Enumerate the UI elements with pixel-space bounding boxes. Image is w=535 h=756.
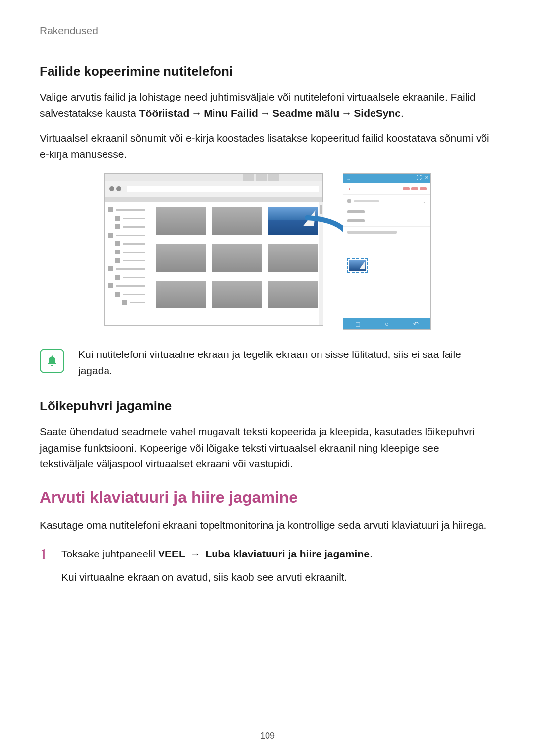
- file-thumbnail: [268, 281, 318, 308]
- home-icon: ○: [385, 320, 389, 328]
- bell-icon: [40, 349, 64, 373]
- compose-body: [343, 228, 430, 237]
- compose-row: ⌄: [343, 195, 430, 207]
- arrow-icon: →: [188, 546, 203, 562]
- desktop-file-explorer: [104, 173, 323, 326]
- page-number: 109: [0, 731, 535, 741]
- heading-clipboard: Lõikepuhvri jagamine: [40, 399, 495, 414]
- phone-window-titlebar: ⌄ _ ⛶ ✕: [343, 174, 430, 183]
- file-thumbnail: [212, 281, 262, 308]
- folder-tree: [105, 202, 149, 325]
- back-arrow-icon: ←: [347, 185, 354, 193]
- step-1-line-1: Toksake juhtpaneelil VEEL → Luba klaviat…: [61, 546, 495, 562]
- file-thumbnail: [156, 207, 206, 235]
- breadcrumb: Rakendused: [40, 25, 495, 37]
- chevron-down-icon: ⌄: [422, 198, 427, 204]
- window-dot-icon: [116, 186, 121, 191]
- dropped-thumbnail: [349, 260, 366, 271]
- heading-copy-files: Failide kopeerimine nutitelefoni: [40, 64, 495, 79]
- clipboard-paragraph: Saate ühendatud seadmete vahel mugavalt …: [40, 424, 495, 472]
- phone-nav-bar: ◻ ○ ↶: [343, 318, 430, 329]
- address-bar: [127, 186, 319, 192]
- copy-files-paragraph-1: Valige arvutis failid ja lohistage need …: [40, 89, 495, 121]
- step-1: 1 Toksake juhtpaneelil VEEL → Luba klavi…: [40, 546, 495, 592]
- save-path: Tööriistad → Minu Failid → Seadme mälu →…: [139, 107, 401, 119]
- heading-kb-mouse: Arvuti klaviatuuri ja hiire jagamine: [40, 488, 495, 506]
- file-thumbnail: [156, 281, 206, 308]
- compose-row: [343, 216, 430, 225]
- file-thumbnail: [212, 244, 262, 272]
- pin-icon: ⌄: [346, 175, 351, 182]
- step-1-pre: Toksake juhtpaneelil: [61, 548, 158, 559]
- step-1-line-2: Kui virtuaalne ekraan on avatud, siis ka…: [61, 569, 495, 586]
- phone-app-header: ←: [343, 183, 430, 195]
- recent-apps-icon: ◻: [355, 320, 361, 328]
- action-pill: [403, 187, 410, 190]
- kb-mouse-intro: Kasutage oma nutitelefoni ekraani topelt…: [40, 517, 495, 534]
- step-number: 1: [40, 546, 53, 592]
- drop-target: [347, 258, 368, 273]
- copy-files-paragraph-2: Virtuaalsel ekraanil sõnumit või e-kirja…: [40, 130, 495, 162]
- p1-post: .: [401, 107, 404, 119]
- info-note-text: Kui nutitelefoni virtuaalne ekraan ja te…: [78, 347, 495, 379]
- back-icon: ↶: [413, 320, 419, 328]
- close-icon: ✕: [424, 175, 428, 180]
- thumbnail-grid: [149, 202, 322, 325]
- explorer-titlebar: [105, 181, 322, 197]
- smartphone-virtual-screen: ⌄ _ ⛶ ✕ ← ⌄: [343, 173, 431, 330]
- step-1-bold2: Luba klaviatuuri ja hiire jagamine: [206, 548, 370, 559]
- compose-row: [343, 207, 430, 216]
- window-dot-icon: [109, 186, 114, 191]
- info-note: Kui nutitelefoni virtuaalne ekraan ja te…: [40, 347, 495, 379]
- file-thumbnail: [156, 244, 206, 272]
- step-1-post: .: [370, 548, 373, 559]
- step-1-bold1: VEEL: [158, 548, 185, 559]
- explorer-tabs: [105, 174, 322, 181]
- file-thumbnail: [212, 207, 262, 235]
- explorer-toolbar: [105, 197, 322, 202]
- drag-drop-illustration: ⌄ _ ⛶ ✕ ← ⌄: [104, 173, 431, 332]
- minimize-icon: _: [409, 175, 414, 180]
- action-pill: [411, 187, 418, 190]
- maximize-icon: ⛶: [417, 175, 421, 180]
- action-pill: [420, 187, 427, 190]
